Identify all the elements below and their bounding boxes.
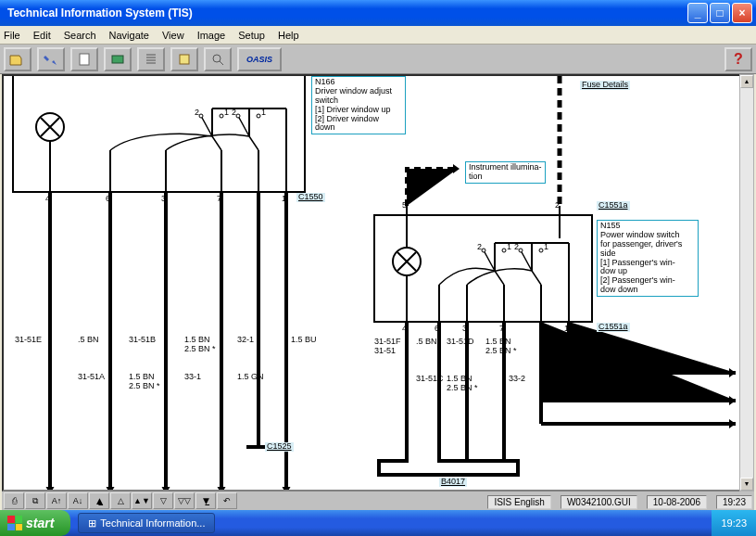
vertical-scrollbar[interactable]: ▲ ▼	[739, 74, 754, 491]
scroll-up-icon[interactable]: ▲	[740, 75, 753, 88]
conn-c1551a-bot[interactable]: C1551a	[597, 323, 630, 332]
pin: 3	[462, 325, 467, 334]
svg-point-14	[539, 249, 543, 252]
status-lang: ISIS English	[487, 495, 550, 509]
tb-oasis-button[interactable]: OASIS	[237, 47, 282, 71]
tb-tools-icon[interactable]	[37, 47, 65, 71]
svg-point-3	[213, 55, 220, 62]
wire: 33-2	[509, 375, 525, 384]
pin: 1	[507, 243, 511, 252]
pin: 1	[564, 325, 569, 334]
svg-rect-0	[80, 54, 89, 65]
pin: 2	[232, 108, 236, 118]
pin: 2	[195, 108, 199, 118]
menu-help[interactable]: Help	[278, 30, 299, 41]
status-date: 10-08-2006	[647, 495, 707, 509]
pin: 6	[106, 195, 110, 204]
maximize-button[interactable]: □	[710, 3, 730, 23]
pin: 1	[544, 243, 548, 252]
pin: 5	[402, 201, 407, 211]
wire: 31-51C	[416, 375, 444, 384]
svg-point-8	[257, 114, 260, 118]
tb-doc-icon[interactable]	[70, 47, 98, 71]
menubar: File Edit Search Navigate View Image Set…	[0, 26, 756, 45]
wire: 1.5 BN2.5 BN *	[184, 336, 216, 354]
pin: 3	[161, 195, 166, 204]
status-time: 19:23	[716, 495, 752, 509]
tb-open-icon[interactable]	[4, 47, 32, 71]
link-fuse-details[interactable]: Fuse Details	[580, 81, 630, 90]
wire: 1.5 BU	[291, 336, 317, 345]
svg-rect-1	[112, 56, 123, 63]
pin: 4	[402, 325, 407, 334]
pin: 2	[555, 201, 560, 211]
svg-rect-2	[180, 55, 189, 64]
taskbar-app[interactable]: ⊞ Technical Information...	[78, 513, 215, 533]
conn-c1525[interactable]: C1525	[265, 442, 294, 452]
pin: 7	[499, 325, 504, 334]
wire: 31-51B	[129, 336, 156, 345]
tb-list-icon[interactable]	[137, 47, 165, 71]
menu-edit[interactable]: Edit	[33, 30, 51, 41]
pin: 6	[435, 325, 439, 334]
wire: 31-51A	[78, 373, 105, 382]
bb-copy-icon[interactable]: ⧉	[25, 492, 45, 509]
svg-point-6	[220, 114, 223, 118]
tb-help-icon[interactable]: ?	[724, 47, 752, 71]
bb-up-icon[interactable]: △	[110, 492, 131, 509]
wire: .5 BN	[416, 338, 437, 347]
menu-search[interactable]: Search	[64, 30, 96, 41]
svg-point-11	[482, 249, 485, 252]
close-button[interactable]: ×	[732, 3, 752, 23]
wire: 33-1	[184, 373, 201, 382]
wire: 1.5 GN	[237, 373, 264, 382]
bb-last-icon[interactable]: ▽▽	[174, 492, 195, 509]
wire: .5 BN	[78, 336, 99, 345]
conn-b4017[interactable]: B4017	[439, 478, 467, 487]
windows-logo-icon	[7, 516, 22, 530]
bb-return-icon[interactable]: ↶	[217, 492, 237, 509]
svg-point-5	[199, 114, 203, 118]
titlebar: Technical Information System (TIS) _ □ ×	[0, 0, 756, 26]
wire: 1.5 BU/YE2.5 BU/YE *	[583, 338, 627, 356]
bb-updown-icon[interactable]: ▲▼	[132, 492, 152, 509]
wire: 1.5 GN/YE2.5 GN/YE *	[546, 382, 591, 401]
bb-bottom-icon[interactable]: ▼̲	[195, 492, 216, 509]
menu-file[interactable]: File	[4, 30, 20, 41]
scroll-down-icon[interactable]: ▼	[740, 478, 753, 491]
wire: 1.5 BN2.5 BN *	[447, 375, 478, 393]
tray-clock: 19:23	[721, 517, 747, 529]
menu-setup[interactable]: Setup	[238, 30, 265, 41]
svg-point-12	[502, 249, 506, 252]
pin: 1	[261, 108, 266, 118]
app-icon: ⊞	[88, 517, 96, 530]
bb-first-icon[interactable]: ▲̲	[89, 492, 109, 509]
taskbar: start ⊞ Technical Information... 19:23	[0, 510, 756, 536]
tb-sheet-icon[interactable]	[170, 47, 198, 71]
svg-point-7	[236, 114, 240, 118]
box-n155: N155 Power window switch for passenger, …	[597, 220, 699, 297]
start-button[interactable]: start	[0, 510, 70, 536]
menu-navigate[interactable]: Navigate	[109, 30, 149, 41]
box-instr-illum: Instrument illumina-tion	[465, 161, 546, 184]
menu-image[interactable]: Image	[197, 30, 226, 41]
minimize-button[interactable]: _	[687, 3, 708, 23]
tb-search-icon[interactable]	[204, 47, 232, 71]
menu-view[interactable]: View	[162, 30, 184, 41]
pin: 4	[45, 195, 50, 204]
pin: 2	[514, 243, 519, 252]
conn-c1550[interactable]: C1550	[296, 193, 325, 202]
bb-zoomout-icon[interactable]: A↓	[68, 492, 88, 509]
wire: 32-2	[546, 338, 562, 347]
svg-point-13	[519, 249, 523, 252]
conn-c1551a-top[interactable]: C1551a	[597, 201, 630, 211]
system-tray[interactable]: 19:23	[712, 510, 756, 536]
bb-down-icon[interactable]: ▽	[153, 492, 173, 509]
bb-print-icon[interactable]: ⎙	[4, 492, 24, 509]
bb-zoomin-icon[interactable]: A↑	[46, 492, 67, 509]
status-file: W0342100.GUI	[561, 495, 637, 509]
pin: 7	[217, 195, 221, 204]
diagram-canvas[interactable]: N166 Driver window adjust switch [1] Dri…	[2, 74, 754, 491]
wire: 31-51E	[15, 336, 42, 345]
tb-chip-icon[interactable]	[104, 47, 132, 71]
